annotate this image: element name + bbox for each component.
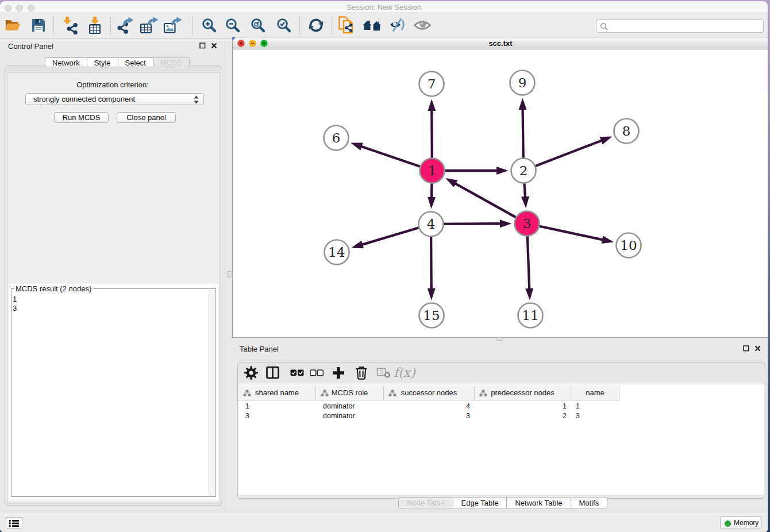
column-header-label: shared name bbox=[238, 388, 315, 397]
add-column-button[interactable] bbox=[332, 366, 345, 382]
graph-edge-3-1[interactable] bbox=[445, 178, 527, 223]
show-all-button[interactable] bbox=[414, 19, 431, 34]
mcds-result-box: MCDS result (2 nodes) 1 3 bbox=[9, 284, 218, 500]
import-table-button[interactable] bbox=[87, 16, 103, 37]
save-session-button[interactable] bbox=[31, 18, 47, 36]
function-builder-button: f(x) bbox=[393, 365, 417, 383]
open-session-button[interactable] bbox=[5, 18, 21, 36]
graph-node-label: 7 bbox=[428, 76, 436, 91]
graph-node-15[interactable]: 15 bbox=[419, 303, 444, 328]
column-header-successor-nodes[interactable]: successor nodes bbox=[384, 385, 475, 400]
control-tab-style[interactable]: Style bbox=[87, 57, 118, 67]
search-input[interactable] bbox=[610, 21, 760, 32]
mcds-result-list[interactable]: 1 3 bbox=[13, 295, 17, 313]
zoom-out-button[interactable] bbox=[225, 18, 241, 36]
column-header-MCDS-role[interactable]: MCDS role bbox=[316, 385, 384, 400]
column-header-predecessor-nodes[interactable]: predecessor nodes bbox=[475, 385, 571, 400]
select-chevrons-icon bbox=[193, 95, 199, 105]
table-cell[interactable]: dominator bbox=[316, 411, 384, 421]
table-cell[interactable]: 4 bbox=[384, 401, 475, 411]
zoom-selected-button[interactable] bbox=[276, 18, 292, 36]
table-cell[interactable]: 1 bbox=[475, 401, 571, 411]
control-panel: Control Panel NetworkStyleSelectMCDS Opt… bbox=[0, 38, 225, 511]
table-cell[interactable]: 1 bbox=[571, 401, 619, 411]
close-panel-icon[interactable] bbox=[211, 43, 217, 49]
control-tab-network[interactable]: Network bbox=[45, 57, 87, 67]
column-header-name[interactable]: name bbox=[571, 385, 619, 400]
float-table-panel-icon[interactable] bbox=[743, 345, 749, 352]
export-table-icon bbox=[140, 16, 159, 34]
graph-node-9[interactable]: 9 bbox=[510, 71, 535, 95]
export-table-button[interactable] bbox=[140, 16, 159, 37]
graph-node-8[interactable]: 8 bbox=[614, 119, 639, 144]
graph-node-label: 14 bbox=[328, 245, 345, 260]
network-window-title: scc.txt bbox=[233, 39, 768, 48]
table-cell[interactable]: 2 bbox=[475, 411, 571, 421]
task-history-button[interactable] bbox=[6, 517, 22, 529]
zoom-fit-button[interactable] bbox=[251, 18, 266, 36]
graph-node-6[interactable]: 6 bbox=[324, 126, 349, 151]
close-table-panel-icon[interactable] bbox=[754, 345, 761, 352]
mcds-result-title: MCDS result (2 nodes) bbox=[14, 284, 93, 293]
table-cell[interactable]: 3 bbox=[384, 411, 475, 421]
toggle-columns-button[interactable] bbox=[266, 365, 280, 382]
folder-open-icon bbox=[5, 18, 21, 33]
network-window-titlebar[interactable]: scc.txt bbox=[233, 37, 768, 49]
control-tab-select[interactable]: Select bbox=[118, 57, 153, 67]
graph-node-11[interactable]: 11 bbox=[518, 303, 543, 328]
graph-node-2[interactable]: 2 bbox=[511, 159, 536, 183]
graph-node-4[interactable]: 4 bbox=[419, 212, 444, 237]
export-network-button[interactable] bbox=[116, 17, 134, 37]
table-tabs: Node TableEdge TableNetwork TableMotifs bbox=[398, 497, 607, 508]
memory-status-icon bbox=[725, 521, 731, 527]
criterion-select[interactable]: strongly connected component bbox=[25, 93, 204, 105]
float-panel-icon[interactable] bbox=[199, 43, 206, 49]
graph-node-7[interactable]: 7 bbox=[419, 72, 444, 97]
eye-slash-icon bbox=[390, 18, 407, 33]
hide-selected-button[interactable] bbox=[390, 18, 407, 35]
run-mcds-button[interactable]: Run MCDS bbox=[54, 112, 109, 123]
table-cell[interactable]: 3 bbox=[238, 411, 316, 421]
apply-layout-button[interactable] bbox=[308, 18, 324, 36]
toolbar-separator bbox=[53, 17, 54, 34]
graph-edge-3-10[interactable] bbox=[527, 223, 614, 244]
zoom-in-button[interactable] bbox=[202, 18, 217, 36]
copy-docs-icon bbox=[337, 16, 355, 35]
memory-label: Memory bbox=[734, 519, 759, 527]
export-image-button[interactable] bbox=[163, 16, 183, 37]
zoom-in-icon bbox=[202, 18, 217, 33]
window-title: Session: New Session bbox=[0, 3, 768, 11]
deselect-all-button[interactable] bbox=[310, 368, 324, 380]
close-panel-button[interactable]: Close panel bbox=[117, 112, 176, 123]
graph-node-3[interactable]: 3 bbox=[515, 211, 540, 236]
plus-icon bbox=[332, 366, 345, 380]
memory-button[interactable]: Memory bbox=[720, 516, 761, 529]
first-neighbors-button[interactable] bbox=[363, 18, 382, 35]
network-canvas[interactable]: 1234678910111415 bbox=[233, 50, 768, 337]
unchecked-boxes-icon bbox=[310, 368, 324, 377]
table-cell[interactable]: 1 bbox=[238, 401, 316, 411]
table-cell[interactable]: dominator bbox=[316, 401, 384, 411]
column-header-shared-name[interactable]: shared name bbox=[238, 385, 316, 400]
mcds-result-scrollbar[interactable] bbox=[209, 290, 214, 495]
network-view-window: scc.txt 1234678910111415 bbox=[232, 37, 768, 338]
table-cell[interactable]: 3 bbox=[571, 411, 619, 421]
zoom-selected-icon bbox=[276, 18, 292, 33]
table-settings-button[interactable] bbox=[244, 365, 259, 382]
tab-motifs[interactable]: Motifs bbox=[571, 497, 608, 508]
graph-node-1[interactable]: 1 bbox=[420, 159, 445, 183]
graph-node-10[interactable]: 10 bbox=[617, 233, 641, 258]
select-all-button[interactable] bbox=[290, 368, 304, 380]
tab-edge-table[interactable]: Edge Table bbox=[453, 497, 507, 508]
vertical-splitter-handle[interactable] bbox=[227, 271, 232, 277]
delete-column-button[interactable] bbox=[355, 365, 368, 382]
duplicate-network-button[interactable] bbox=[337, 16, 355, 37]
graph-node-14[interactable]: 14 bbox=[325, 240, 349, 265]
tab-node-table[interactable]: Node Table bbox=[398, 497, 453, 508]
import-network-button[interactable] bbox=[62, 16, 79, 37]
fx-icon: f(x) bbox=[393, 365, 417, 380]
tab-network-table[interactable]: Network Table bbox=[507, 497, 571, 508]
toolbar-separator bbox=[110, 17, 111, 34]
graph-edge-2-8[interactable] bbox=[523, 137, 612, 171]
control-tab-mcds[interactable]: MCDS bbox=[153, 57, 190, 67]
